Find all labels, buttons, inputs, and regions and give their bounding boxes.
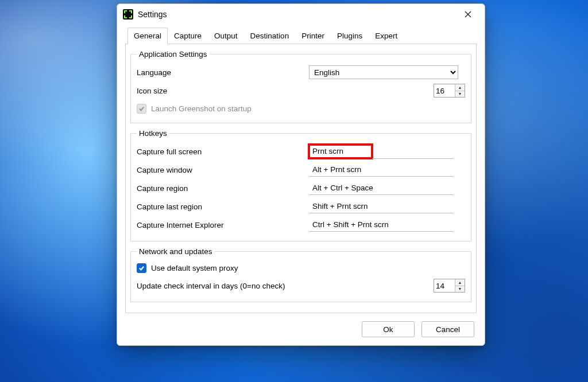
hotkey-label: Capture window [137, 166, 309, 174]
hotkey-input[interactable] [309, 200, 454, 213]
row-language: Language English [137, 64, 465, 80]
spinner-down-icon[interactable]: ▼ [455, 91, 465, 98]
tab-destination[interactable]: Destination [244, 28, 296, 44]
hotkey-input[interactable] [309, 218, 454, 232]
tab-strip: GeneralCaptureOutputDestinationPrinterPl… [125, 27, 477, 44]
use-proxy-label: Use default system proxy [151, 264, 238, 272]
tab-expert[interactable]: Expert [369, 28, 404, 44]
cancel-button[interactable]: Cancel [421, 321, 474, 337]
dialog-buttons: Ok Cancel [125, 313, 477, 338]
update-interval-label: Update check interval in days (0=no chec… [137, 282, 343, 290]
row-icon-size: Icon size ▲ ▼ [137, 83, 465, 99]
launch-startup-checkbox [137, 104, 146, 114]
group-network: Network and updates Use default system p… [130, 247, 471, 302]
hotkey-row: Capture full screen [137, 143, 465, 159]
update-interval-spinner[interactable]: ▲ ▼ [434, 279, 465, 293]
group-legend-app: Application Settings [137, 50, 210, 59]
language-label: Language [137, 68, 309, 77]
hotkey-input[interactable] [309, 145, 372, 158]
row-launch-startup: Launch Greenshot on startup [137, 101, 465, 116]
use-proxy-checkbox[interactable] [137, 263, 146, 273]
hotkey-label: Capture full screen [137, 147, 309, 156]
checkmark-icon [138, 265, 145, 271]
hotkey-input[interactable] [309, 163, 454, 177]
hotkey-label: Capture Internet Explorer [137, 221, 309, 229]
icon-size-input[interactable] [434, 84, 455, 97]
group-application-settings: Application Settings Language English Ic… [130, 50, 471, 123]
update-interval-input[interactable] [434, 279, 455, 292]
group-legend-hotkeys: Hotkeys [137, 129, 169, 138]
checkmark-icon [138, 106, 145, 112]
desktop-background: Settings GeneralCaptureOutputDestination… [0, 0, 588, 382]
hotkey-label: Capture region [137, 184, 309, 193]
close-icon [465, 11, 471, 18]
row-update-interval: Update check interval in days (0=no chec… [137, 278, 465, 294]
hotkey-row: Capture window [137, 162, 465, 178]
language-select[interactable]: English [309, 65, 458, 79]
greenshot-icon [123, 9, 133, 20]
window-title: Settings [138, 10, 167, 19]
row-use-proxy: Use default system proxy [137, 260, 465, 275]
group-legend-network: Network and updates [137, 247, 215, 256]
ok-button[interactable]: Ok [362, 321, 415, 337]
tab-capture[interactable]: Capture [168, 28, 208, 44]
spinner-up-icon[interactable]: ▲ [455, 84, 465, 91]
tab-general[interactable]: General [127, 28, 168, 44]
client-area: GeneralCaptureOutputDestinationPrinterPl… [117, 25, 485, 345]
spinner-up-icon[interactable]: ▲ [455, 279, 465, 286]
titlebar[interactable]: Settings [117, 4, 485, 25]
spinner-down-icon[interactable]: ▼ [455, 286, 465, 293]
hotkey-row: Capture region [137, 180, 465, 196]
hotkey-row: Capture Internet Explorer [137, 217, 465, 233]
launch-startup-label: Launch Greenshot on startup [151, 104, 252, 113]
icon-size-spinner[interactable]: ▲ ▼ [434, 84, 465, 98]
tab-page-general: Application Settings Language English Ic… [125, 44, 477, 313]
group-hotkeys: Hotkeys Capture full screenCapture windo… [130, 129, 471, 241]
icon-size-label: Icon size [137, 87, 309, 95]
tab-printer[interactable]: Printer [295, 28, 331, 44]
tab-output[interactable]: Output [208, 28, 244, 44]
hotkey-row: Capture last region [137, 198, 465, 215]
close-button[interactable] [456, 6, 480, 23]
hotkey-input[interactable] [309, 181, 454, 195]
tab-plugins[interactable]: Plugins [331, 28, 369, 44]
hotkey-label: Capture last region [137, 202, 309, 211]
settings-window: Settings GeneralCaptureOutputDestination… [117, 3, 485, 346]
